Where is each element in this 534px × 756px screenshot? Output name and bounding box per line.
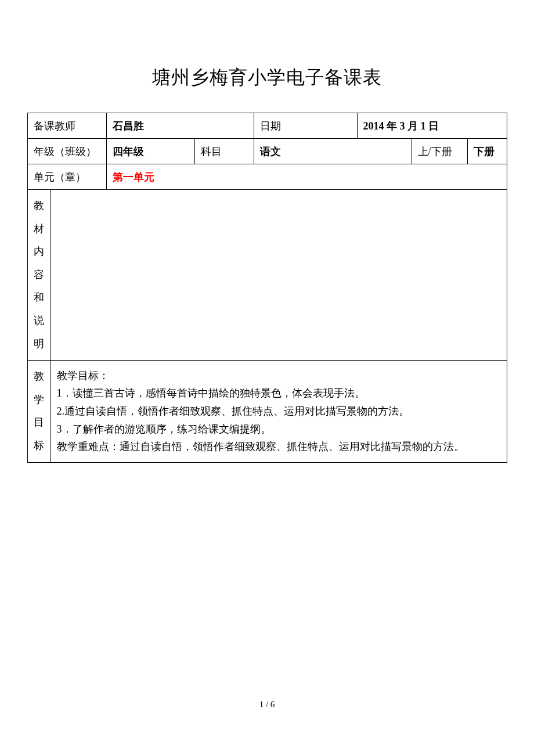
teaching-objectives-content: 教学目标： 1．读懂三首古诗，感悟每首诗中描绘的独特景色，体会表现手法。 2.通… — [50, 361, 507, 462]
grade-value: 四年级 — [106, 139, 194, 164]
subject-label: 科目 — [194, 139, 254, 164]
objective-line-3: 3．了解作者的游览顺序，练习给课文编提纲。 — [57, 420, 501, 438]
grade-label: 年级（班级） — [27, 139, 106, 164]
date-label: 日期 — [254, 113, 357, 139]
unit-label: 单元（章） — [27, 164, 106, 190]
objective-line-4: 教学重难点：通过自读自悟，领悟作者细致观察、抓住特点、运用对比描写景物的方法。 — [57, 438, 501, 456]
objectives-heading: 教学目标： — [57, 367, 501, 385]
teaching-objectives-label: 教 学 目 标 — [27, 361, 50, 462]
objective-line-2: 2.通过自读自悟，领悟作者细致观察、抓住特点、运用对比描写景物的方法。 — [57, 402, 501, 420]
row-unit: 单元（章） 第一单元 — [27, 164, 507, 190]
lesson-prep-form: 备课教师 石昌胜 日期 2014 年 3 月 1 日 年级（班级） 四年级 科目… — [27, 113, 507, 463]
unit-value: 第一单元 — [106, 164, 507, 190]
subject-value: 语文 — [254, 139, 412, 164]
row-grade-subject: 年级（班级） 四年级 科目 语文 上/下册 下册 — [27, 139, 507, 164]
teacher-label: 备课教师 — [27, 113, 106, 139]
semester-label: 上/下册 — [412, 139, 467, 164]
semester-value: 下册 — [467, 139, 507, 164]
row-teaching-objectives: 教 学 目 标 教学目标： 1．读懂三首古诗，感悟每首诗中描绘的独特景色，体会表… — [27, 361, 507, 462]
page-title: 塘州乡梅育小学电子备课表 — [0, 0, 534, 113]
row-material-content: 教 材 内 容 和 说 明 — [27, 190, 507, 361]
objective-line-1: 1．读懂三首古诗，感悟每首诗中描绘的独特景色，体会表现手法。 — [57, 384, 501, 402]
teacher-value: 石昌胜 — [106, 113, 254, 139]
row-teacher-date: 备课教师 石昌胜 日期 2014 年 3 月 1 日 — [27, 113, 507, 139]
page-number: 1 / 6 — [0, 700, 534, 710]
material-content-label: 教 材 内 容 和 说 明 — [27, 190, 50, 361]
date-value: 2014 年 3 月 1 日 — [357, 113, 507, 139]
material-content-area — [50, 190, 507, 361]
